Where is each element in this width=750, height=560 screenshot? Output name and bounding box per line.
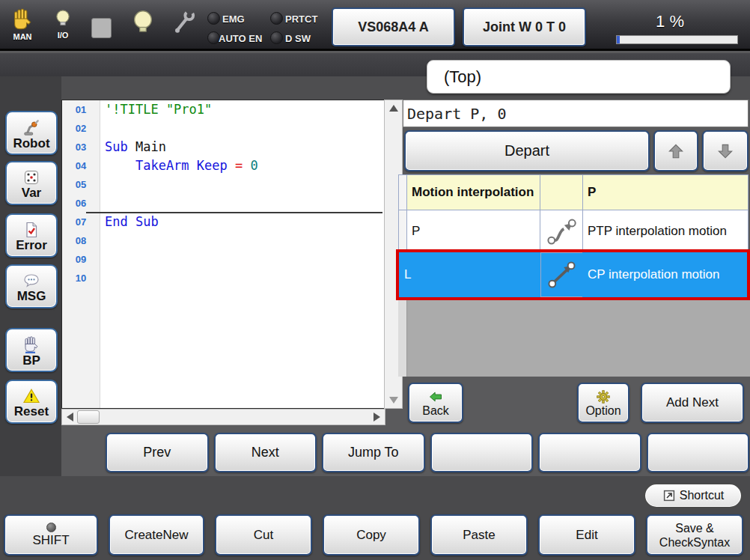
move-up-button[interactable] bbox=[653, 130, 698, 171]
table-row-cp-iconcell[interactable] bbox=[540, 252, 583, 297]
code-line bbox=[101, 194, 385, 213]
edit-button[interactable]: Edit bbox=[538, 514, 635, 556]
sidebar-item-label: BP bbox=[22, 354, 40, 368]
table-empty-strip bbox=[398, 299, 407, 377]
d-sw-led bbox=[270, 31, 283, 44]
speed-progress-bar bbox=[616, 35, 738, 44]
shift-indicator-dot bbox=[46, 523, 56, 532]
table-row-ptp-iconcell[interactable] bbox=[540, 210, 583, 252]
dice-icon bbox=[22, 168, 40, 186]
sidebar-item-robot[interactable]: Robot bbox=[5, 111, 58, 155]
table-row-ptp-value[interactable]: P bbox=[406, 210, 540, 252]
line-number: 06 bbox=[62, 194, 100, 213]
shortcut-label: Shortcut bbox=[680, 489, 725, 502]
blank-button[interactable] bbox=[647, 433, 750, 472]
breadcrumb-label: (Top) bbox=[444, 67, 481, 87]
code-lines: '!TITLE "Pro1"Sub Main TakeArm Keep = 0E… bbox=[101, 100, 385, 408]
table-row-ptp-desc[interactable]: PTP interpolation motion bbox=[582, 210, 749, 252]
scroll-left-icon[interactable] bbox=[67, 413, 73, 421]
code-line bbox=[101, 119, 385, 138]
code-line: Sub Main bbox=[101, 138, 385, 156]
teach-pendant-screen: MAN I/O bbox=[0, 0, 750, 560]
blank-button[interactable] bbox=[430, 433, 534, 472]
nav-button-row: Prev Next Jump To bbox=[106, 433, 749, 472]
line-number: 08 bbox=[62, 231, 100, 250]
man-hand-icon bbox=[10, 6, 34, 31]
editor-horizontal-scrollbar[interactable] bbox=[61, 409, 385, 425]
sidebar-item-label: Robot bbox=[13, 137, 49, 150]
maintenance-button[interactable] bbox=[171, 6, 198, 37]
stop-square-icon[interactable] bbox=[91, 18, 112, 38]
depart-command-button[interactable]: Depart bbox=[404, 130, 650, 171]
table-row-cp-desc[interactable]: CP interpolation motion bbox=[582, 252, 749, 297]
shift-button[interactable]: SHIFT bbox=[4, 514, 98, 556]
code-line bbox=[101, 250, 385, 269]
gear-icon bbox=[596, 389, 611, 404]
next-button[interactable]: Next bbox=[214, 433, 317, 472]
paste-button[interactable]: Paste bbox=[430, 514, 528, 556]
code-line: TakeArm Keep = 0 bbox=[101, 156, 385, 175]
sidebar-item-msg[interactable]: MSG bbox=[5, 264, 58, 308]
code-editor[interactable]: 01020304050607080910 '!TITLE "Pro1"Sub M… bbox=[61, 100, 385, 409]
speed-progress-fill bbox=[617, 36, 620, 43]
line-number-gutter: 01020304050607080910 bbox=[62, 100, 100, 408]
option-label: Option bbox=[585, 404, 621, 417]
cut-button[interactable]: Cut bbox=[215, 514, 312, 556]
command-preview-field[interactable]: Depart P, 0 bbox=[403, 100, 749, 127]
auto-en-led-label: AUTO EN bbox=[219, 33, 262, 44]
line-number: 07 bbox=[62, 213, 100, 231]
prev-button[interactable]: Prev bbox=[106, 433, 209, 472]
option-button[interactable]: Option bbox=[577, 383, 629, 423]
sidebar-item-label: Error bbox=[16, 239, 47, 252]
copy-button[interactable]: Copy bbox=[323, 514, 420, 556]
sidebar-item-error[interactable]: Error bbox=[5, 213, 58, 258]
code-line: End Sub bbox=[101, 213, 385, 231]
back-button[interactable]: Back bbox=[408, 383, 463, 423]
speed-percentage-label: 1 % bbox=[629, 12, 711, 31]
lamp-icon bbox=[130, 7, 156, 36]
sidebar-item-bp[interactable]: BP bbox=[5, 328, 58, 372]
shortcut-button[interactable]: Shortcut bbox=[644, 483, 743, 508]
io-monitor-button[interactable]: I/O bbox=[52, 7, 73, 40]
sidebar-item-var[interactable]: Var bbox=[5, 161, 58, 205]
table-row-cp-value[interactable]: L bbox=[399, 252, 541, 297]
robot-arm-icon bbox=[22, 118, 41, 137]
io-lamp-icon bbox=[52, 7, 73, 30]
line-number: 05 bbox=[62, 175, 100, 194]
code-line: '!TITLE "Pro1" bbox=[101, 100, 385, 119]
horizontal-scroll-thumb[interactable] bbox=[77, 410, 100, 424]
d-sw-led-label: D SW bbox=[285, 33, 311, 44]
shortcut-window-icon bbox=[662, 489, 676, 502]
arrow-up-icon bbox=[666, 141, 686, 161]
line-number: 02 bbox=[62, 119, 100, 138]
command-preview-text: Depart P, 0 bbox=[407, 105, 506, 123]
create-new-button[interactable]: CreateNew bbox=[109, 514, 204, 556]
add-next-button[interactable]: Add Next bbox=[641, 383, 744, 423]
move-down-button[interactable] bbox=[702, 130, 749, 171]
scroll-right-icon[interactable] bbox=[374, 413, 380, 421]
back-label: Back bbox=[422, 404, 449, 417]
jump-to-button[interactable]: Jump To bbox=[322, 433, 425, 472]
message-bubble-icon bbox=[22, 272, 41, 290]
scroll-up-icon[interactable] bbox=[389, 105, 398, 112]
line-number: 03 bbox=[62, 138, 100, 156]
sidebar-item-label: MSG bbox=[17, 290, 46, 303]
line-number: 01 bbox=[62, 100, 100, 119]
prtct-led-label: PRTCT bbox=[285, 13, 317, 25]
shift-label: SHIFT bbox=[32, 533, 69, 547]
ptp-curve-icon bbox=[545, 216, 578, 246]
robot-type-button[interactable]: VS068A4 A bbox=[332, 7, 455, 46]
manual-mode-indicator: MAN bbox=[10, 6, 34, 41]
man-label: MAN bbox=[13, 32, 31, 41]
scroll-down-icon[interactable] bbox=[389, 397, 398, 404]
tool-work-button[interactable]: Joint W 0 T 0 bbox=[463, 7, 586, 46]
blank-button[interactable] bbox=[538, 433, 641, 472]
io-label: I/O bbox=[58, 31, 69, 40]
line-number: 10 bbox=[62, 269, 100, 287]
sidebar-item-reset[interactable]: Reset bbox=[5, 380, 58, 424]
table-header-value: P bbox=[582, 174, 749, 210]
breadcrumb[interactable]: (Top) bbox=[427, 60, 731, 94]
code-line bbox=[101, 231, 385, 250]
lamp-button[interactable] bbox=[130, 7, 156, 36]
save-checksyntax-button[interactable]: Save & CheckSyntax bbox=[646, 514, 743, 556]
